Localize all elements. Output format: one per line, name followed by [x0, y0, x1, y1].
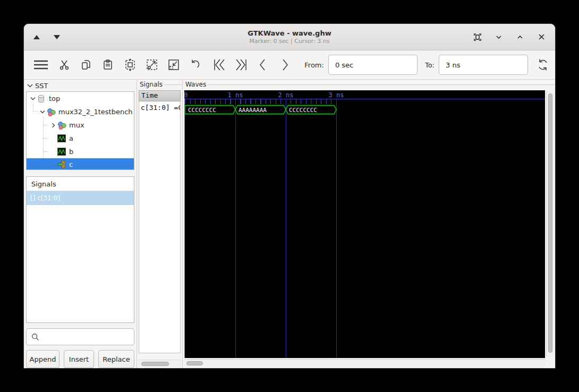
fit-window-button[interactable] — [471, 31, 484, 44]
expander-down-icon[interactable] — [29, 97, 37, 100]
signal-name-list[interactable]: c[31:0] =CCCCCCCC — [139, 101, 181, 353]
skip-to-start-icon — [212, 57, 227, 72]
chevron-left-icon — [256, 57, 270, 72]
subtitle-separator: | — [291, 38, 293, 45]
sst-tree: top mux32_2_1testbench mux a — [26, 91, 134, 170]
search-icon — [31, 333, 39, 341]
insert-button[interactable]: Insert — [64, 350, 94, 368]
time-tick-label: 0 — [184, 91, 188, 99]
copy-button[interactable] — [77, 55, 96, 75]
cut-button[interactable] — [55, 55, 74, 75]
sst-label: SST — [35, 82, 48, 90]
grid-line — [286, 99, 286, 358]
tree-item-label: mux — [69, 121, 84, 129]
tree-item-label: mux32_2_1testbench — [58, 108, 133, 116]
zoom-in-icon — [145, 58, 159, 72]
zoom-out-button[interactable] — [164, 55, 183, 75]
signals-list-item-c[interactable]: [] c[31:0] — [27, 191, 134, 205]
chevron-right-icon — [277, 57, 292, 72]
prev-edge-button[interactable] — [253, 55, 272, 75]
sst-panel: SST top mux32_2_1testbench — [24, 80, 137, 369]
tree-item-signal-a[interactable]: a — [27, 132, 134, 145]
scrollbar-thumb[interactable] — [548, 93, 552, 353]
grid-line — [336, 99, 337, 358]
signal-names-hscrollbar[interactable] — [139, 360, 181, 367]
menu-button[interactable] — [31, 55, 50, 75]
fit-window-icon — [473, 33, 482, 41]
time-column-header[interactable]: Time — [139, 90, 181, 101]
waves-hscrollbar[interactable] — [184, 359, 545, 367]
minimize-button[interactable] — [492, 31, 505, 44]
marker-status: Marker: 0 sec — [249, 38, 288, 45]
maximize-button[interactable] — [514, 31, 526, 44]
close-icon — [538, 33, 545, 40]
reload-button[interactable] — [533, 55, 552, 75]
timeline-ticks — [185, 99, 337, 104]
menu-icon — [33, 58, 49, 71]
time-tick-label: 2 ns — [278, 91, 294, 99]
undo-button[interactable] — [186, 55, 205, 75]
signals-list-header: Signals — [27, 177, 134, 191]
tree-item-label: top — [49, 95, 60, 103]
undo-icon — [189, 58, 202, 72]
goto-end-button[interactable] — [232, 55, 250, 75]
sst-signals-list: Signals [] c[31:0] — [26, 176, 134, 323]
sst-pane-header[interactable]: SST — [26, 80, 134, 91]
append-button[interactable]: Append — [26, 350, 59, 368]
move-up-button[interactable] — [30, 31, 43, 44]
search-input[interactable] — [39, 329, 134, 345]
tree-item-signal-c[interactable]: c — [27, 158, 134, 170]
expander-right-icon[interactable] — [49, 123, 57, 128]
copy-icon — [80, 59, 92, 71]
signal-names-panel: Signals Time c[31:0] =CCCCCCCC — [137, 80, 182, 369]
toolbar: From: To: — [24, 50, 555, 79]
cut-icon — [58, 59, 70, 71]
triangle-down-icon — [54, 35, 60, 39]
to-input[interactable] — [439, 55, 528, 75]
bus-value-label: CCCCCCCC — [289, 107, 317, 114]
tree-item-label: a — [69, 134, 73, 142]
triangle-up-icon — [33, 35, 40, 39]
chevron-up-icon — [516, 33, 524, 41]
close-button[interactable] — [535, 31, 548, 44]
next-edge-button[interactable] — [275, 55, 294, 75]
scrollbar-thumb[interactable] — [186, 361, 203, 365]
tree-item-label: c — [69, 160, 73, 168]
tree-item-mux[interactable]: mux — [27, 118, 134, 132]
bus-value-label: CCCCCCCC — [188, 107, 216, 114]
signals-frame-label: Signals — [137, 80, 182, 89]
move-down-button[interactable] — [50, 31, 63, 44]
tree-item-testbench[interactable]: mux32_2_1testbench — [27, 105, 134, 118]
bus-value-label: AAAAAAAA — [239, 107, 267, 114]
signal-search-box — [26, 328, 134, 345]
skip-to-end-icon — [234, 57, 249, 72]
bus-waveform-c[interactable]: CCCCCCCCAAAAAAAACCCCCCCC — [184, 105, 545, 115]
tree-item-top[interactable]: top — [27, 92, 134, 105]
zoom-in-button[interactable] — [142, 55, 161, 75]
replace-button[interactable]: Replace — [98, 350, 134, 368]
paste-button[interactable] — [99, 55, 117, 75]
zoom-fit-button[interactable] — [121, 55, 139, 75]
waves-frame-label: Waves — [183, 80, 555, 89]
chevron-down-icon — [495, 33, 503, 41]
time-tick-label: 3 ns — [329, 91, 344, 99]
to-label: To: — [425, 61, 435, 69]
waves-vscrollbar[interactable] — [546, 91, 554, 357]
expander-down-icon[interactable] — [38, 110, 47, 114]
cursor-status: Cursor: 3 ns — [294, 38, 329, 45]
signal-name-row-c[interactable]: c[31:0] =CCCCCCCC — [139, 101, 180, 112]
from-input[interactable] — [328, 55, 418, 75]
paste-icon — [102, 59, 114, 71]
port-out-icon — [57, 160, 66, 169]
module-icon — [47, 108, 56, 116]
zoom-fit-icon — [123, 58, 137, 72]
zoom-out-icon — [167, 58, 181, 72]
wave-canvas[interactable]: 01 ns2 ns3 nsCCCCCCCCAAAAAAAACCCCCCCC — [184, 90, 545, 358]
scrollbar-thumb[interactable] — [141, 362, 169, 366]
waveform-icon — [57, 148, 66, 156]
marker-line — [184, 98, 185, 358]
from-label: From: — [304, 61, 324, 69]
goto-start-button[interactable] — [210, 55, 228, 75]
grid-line — [235, 99, 236, 358]
tree-item-signal-b[interactable]: b — [27, 145, 134, 158]
